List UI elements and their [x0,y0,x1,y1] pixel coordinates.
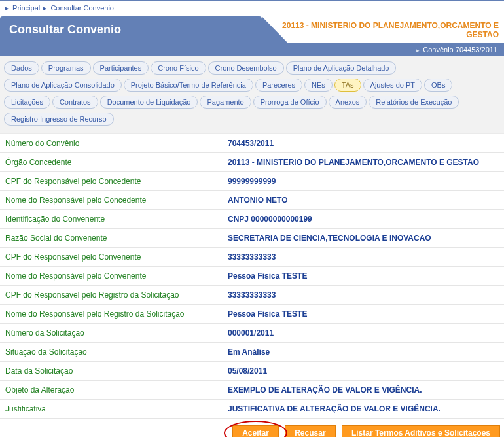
accept-button[interactable]: Aceitar [232,425,279,437]
detail-row: Objeto da AlteraçãoEXEMPLO DE ALTERAÇÃO … [0,381,504,400]
tab-pareceres[interactable]: Pareceres [255,79,302,92]
detail-label: Número do Convênio [5,139,228,148]
detail-value: 20113 - MINISTERIO DO PLANEJAMENTO,ORCAM… [228,158,499,167]
detail-row: Número do Convênio704453/2011 [0,134,504,153]
detail-row: Órgão Concedente20113 - MINISTERIO DO PL… [0,153,504,172]
header-row: Consultar Convenio 20113 - MINISTERIO DO… [0,16,504,43]
list-button[interactable]: Listar Termos Aditivos e Solicitações [342,425,500,437]
tabs: DadosProgramasParticipantesCrono FísicoC… [0,56,504,134]
tab-registro-ingresso-de-recurso[interactable]: Registro Ingresso de Recurso [4,113,114,126]
tab-dados[interactable]: Dados [4,61,39,75]
detail-table: Número do Convênio704453/2011Órgão Conce… [0,134,504,419]
tab-licita-es[interactable]: Licitações [4,96,50,109]
detail-row: Data da Solicitação05/08/2011 [0,362,504,381]
detail-row: CPF do Responsável pelo Concedente999999… [0,172,504,191]
detail-value: Pessoa Física TESTE [228,271,499,281]
detail-label: Identificação do Convenente [5,215,228,224]
detail-value: ANTONIO NETO [228,196,499,205]
tab-participantes[interactable]: Participantes [93,61,149,75]
detail-label: Nome do Responsável pelo Concedente [5,196,228,205]
reject-button[interactable]: Recusar [285,425,335,437]
detail-value: 000001/2011 [228,328,499,338]
detail-label: Situação da Solicitação [5,347,228,357]
detail-label: Nome do Responsável pelo Registro da Sol… [5,309,228,319]
page-title: Consultar Convenio [0,16,262,43]
detail-label: Razão Social do Convenente [5,234,228,243]
detail-label: Objeto da Alteração [5,385,228,394]
detail-value: 33333333333 [228,290,499,300]
breadcrumb-home[interactable]: Principal [12,4,40,12]
tab-obs[interactable]: OBs [424,79,452,92]
tab-tas[interactable]: TAs [334,79,361,92]
tab-plano-de-aplica-o-detalhado[interactable]: Plano de Aplicação Detalhado [286,61,397,75]
tab-anexos[interactable]: Anexos [329,96,367,109]
tab-pagamento[interactable]: Pagamento [200,96,251,109]
tab-documento-de-liquida-o[interactable]: Documento de Liquidação [100,96,198,109]
detail-value: 99999999999 [228,177,499,186]
detail-row: Razão Social do ConvenenteSECRETARIA DE … [0,229,504,248]
detail-label: Número da Solicitação [5,328,228,338]
actions: Aceitar Recusar Listar Termos Aditivos e… [0,419,504,437]
detail-row: JustificativaJUSTIFICATIVA DE ALTERAÇÃO … [0,400,504,419]
breadcrumb: ▸ Principal ▸ Consultar Convenio [0,1,504,15]
detail-row: Situação da SolicitaçãoEm Análise [0,343,504,362]
detail-row: Identificação do ConvenenteCNPJ 00000000… [0,210,504,229]
detail-label: Justificativa [5,404,228,413]
detail-value: 33333333333 [228,253,499,262]
tab-relat-rios-de-execu-o[interactable]: Relatórios de Execução [369,96,459,109]
detail-value: SECRETARIA DE CIENCIA,TECNOLOGIA E INOVA… [228,234,499,243]
detail-row: CPF do Responsável pelo Registro da Soli… [0,286,504,305]
detail-value: EXEMPLO DE ALTERAÇÃO DE VALOR E VIGÊNCIA… [228,385,499,394]
tab-plano-de-aplica-o-consolidado[interactable]: Plano de Aplicação Consolidado [4,79,122,92]
tab-ajustes-do-pt[interactable]: Ajustes do PT [363,79,422,92]
header-org: 20113 - MINISTERIO DO PLANEJAMENTO,ORCAM… [262,21,504,39]
detail-row: Nome do Responsável pelo Registro da Sol… [0,305,504,324]
convenio-id: Convênio 704453/2011 [423,46,497,54]
detail-row: Número da Solicitação000001/2011 [0,324,504,343]
detail-row: Nome do Responsável pelo ConcedenteANTON… [0,191,504,210]
detail-value: Pessoa Física TESTE [228,309,499,319]
detail-label: Nome do Responsável pelo Convenente [5,271,228,281]
detail-label: Órgão Concedente [5,158,228,167]
detail-label: CPF do Responsável pelo Registro da Soli… [5,290,228,300]
tab-programas[interactable]: Programas [41,61,91,75]
tab-projeto-b-sico-termo-de-refer-ncia[interactable]: Projeto Básico/Termo de Referência [124,79,253,92]
tab-crono-desembolso[interactable]: Crono Desembolso [208,61,284,75]
chevron-right-icon: ▸ [416,47,420,54]
tab-contratos[interactable]: Contratos [52,96,98,109]
detail-row: Nome do Responsável pelo ConvenentePesso… [0,267,504,286]
detail-label: CPF do Responsável pelo Convenente [5,253,228,262]
breadcrumb-current[interactable]: Consultar Convenio [50,4,114,12]
detail-value: 05/08/2011 [228,366,499,376]
detail-value: JUSTIFICATIVA DE ALTERAÇÃO DE VALOR E VI… [228,404,499,413]
tab-crono-f-sico[interactable]: Crono Físico [151,61,206,75]
detail-value: Em Análise [228,347,499,357]
subheader: ▸ Convênio 704453/2011 [0,43,504,56]
detail-row: CPF do Responsável pelo Convenente333333… [0,248,504,267]
detail-label: CPF do Responsável pelo Concedente [5,177,228,186]
detail-label: Data da Solicitação [5,366,228,376]
detail-value: 704453/2011 [228,139,499,148]
detail-value: CNPJ 00000000000199 [228,215,499,224]
tab-nes[interactable]: NEs [304,79,333,92]
chevron-right-icon: ▸ [5,4,9,12]
chevron-right-icon: ▸ [43,4,47,12]
tab-prorroga-de-of-cio[interactable]: Prorroga de Ofício [253,96,327,109]
